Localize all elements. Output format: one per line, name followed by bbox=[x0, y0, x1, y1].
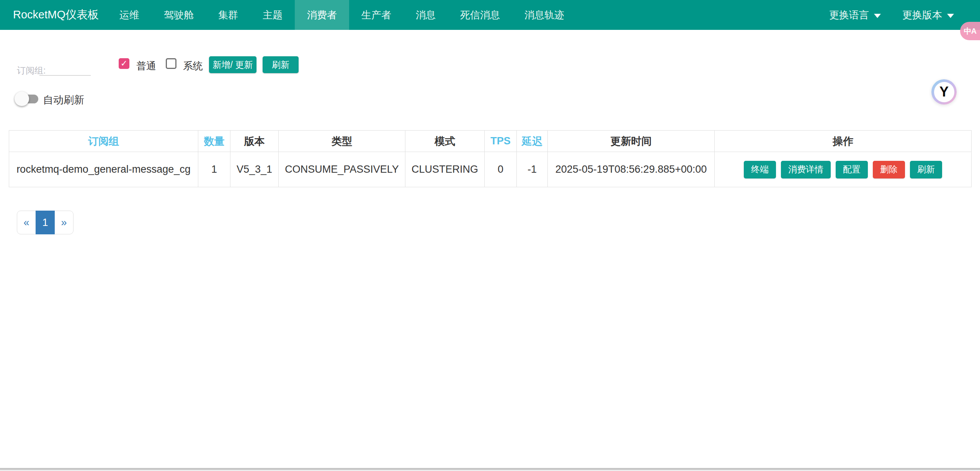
nav-item-message-trace[interactable]: 消息轨迹 bbox=[512, 0, 577, 30]
change-language-label: 更换语言 bbox=[829, 8, 869, 22]
subscription-group-input[interactable] bbox=[39, 61, 91, 76]
nav-item-topic[interactable]: 主题 bbox=[250, 0, 295, 30]
cell-subscription-group: rocketmq-demo_general-message_cg bbox=[9, 152, 198, 187]
header-tps[interactable]: TPS bbox=[485, 131, 517, 152]
pagination-prev[interactable]: « bbox=[17, 211, 36, 234]
client-button[interactable]: 终端 bbox=[744, 161, 776, 178]
header-type: 类型 bbox=[279, 131, 405, 152]
check-icon: ✓ bbox=[121, 59, 127, 69]
change-version-dropdown[interactable]: 更换版本 bbox=[892, 0, 965, 30]
top-navbar: RocketMQ仪表板 运维 驾驶舱 集群 主题 消费者 生产者 消息 死信消息… bbox=[0, 0, 980, 30]
pagination-page-1[interactable]: 1 bbox=[36, 211, 55, 234]
config-button[interactable]: 配置 bbox=[836, 161, 868, 178]
consume-detail-button[interactable]: 消费详情 bbox=[781, 161, 831, 178]
cell-tps: 0 bbox=[485, 152, 517, 187]
pagination-next[interactable]: » bbox=[54, 211, 74, 234]
system-checkbox-label[interactable]: 系统 bbox=[183, 59, 203, 73]
header-update-time: 更新时间 bbox=[548, 131, 715, 152]
nav-item-cluster[interactable]: 集群 bbox=[206, 0, 250, 30]
pagination: « 1 » bbox=[17, 211, 74, 234]
change-language-dropdown[interactable]: 更换语言 bbox=[818, 0, 892, 30]
cell-version: V5_3_1 bbox=[230, 152, 279, 187]
nav-item-dashboard[interactable]: 驾驶舱 bbox=[152, 0, 206, 30]
cell-operations: 终端 消费详情 配置 删除 刷新 bbox=[715, 152, 972, 187]
translate-extension-icon[interactable]: 中A bbox=[960, 22, 980, 40]
app-title[interactable]: RocketMQ仪表板 bbox=[0, 0, 107, 30]
row-refresh-button[interactable]: 刷新 bbox=[910, 161, 942, 178]
add-update-button[interactable]: 新增/ 更新 bbox=[209, 56, 256, 73]
nav-item-ops[interactable]: 运维 bbox=[107, 0, 152, 30]
main-nav: 运维 驾驶舱 集群 主题 消费者 生产者 消息 死信消息 消息轨迹 bbox=[107, 0, 577, 30]
header-operations: 操作 bbox=[715, 131, 972, 152]
nav-item-consumer[interactable]: 消费者 bbox=[295, 0, 349, 30]
system-checkbox[interactable] bbox=[166, 58, 176, 69]
toggle-thumb bbox=[15, 92, 29, 106]
refresh-button[interactable]: 刷新 bbox=[263, 56, 299, 73]
auto-refresh-toggle[interactable] bbox=[15, 91, 39, 106]
header-quantity[interactable]: 数量 bbox=[198, 131, 230, 152]
cell-update-time: 2025-05-19T08:56:29.885+00:00 bbox=[548, 152, 715, 187]
caret-down-icon bbox=[874, 14, 881, 18]
header-delay[interactable]: 延迟 bbox=[517, 131, 548, 152]
cell-quantity: 1 bbox=[198, 152, 230, 187]
consumer-group-table: 订阅组 数量 版本 类型 模式 TPS 延迟 更新时间 操作 rocketmq-… bbox=[9, 130, 971, 187]
cell-type: CONSUME_PASSIVELY bbox=[279, 152, 405, 187]
assistant-logo-icon: Y bbox=[934, 82, 954, 102]
table-header-row: 订阅组 数量 版本 类型 模式 TPS 延迟 更新时间 操作 bbox=[9, 131, 972, 152]
cell-mode: CLUSTERING bbox=[405, 152, 485, 187]
nav-item-message[interactable]: 消息 bbox=[403, 0, 448, 30]
normal-checkbox-label[interactable]: 普通 bbox=[136, 59, 156, 73]
change-version-label: 更换版本 bbox=[902, 8, 942, 22]
horizontal-scrollbar-thumb[interactable] bbox=[0, 468, 980, 470]
table-row: rocketmq-demo_general-message_cg 1 V5_3_… bbox=[9, 152, 972, 187]
nav-item-producer[interactable]: 生产者 bbox=[349, 0, 403, 30]
header-subscription-group[interactable]: 订阅组 bbox=[9, 131, 198, 152]
delete-button[interactable]: 删除 bbox=[873, 161, 905, 178]
navbar-right: 更换语言 更换版本 bbox=[818, 0, 980, 30]
nav-item-dlq-message[interactable]: 死信消息 bbox=[448, 0, 512, 30]
header-mode: 模式 bbox=[405, 131, 485, 152]
auto-refresh-label: 自动刷新 bbox=[43, 93, 84, 107]
caret-down-icon bbox=[947, 14, 954, 18]
assistant-floating-button[interactable]: Y bbox=[931, 79, 957, 105]
translate-badge-glyph: 中A bbox=[964, 26, 976, 36]
header-version: 版本 bbox=[230, 131, 279, 152]
normal-checkbox[interactable]: ✓ bbox=[119, 58, 129, 69]
cell-delay: -1 bbox=[517, 152, 548, 187]
